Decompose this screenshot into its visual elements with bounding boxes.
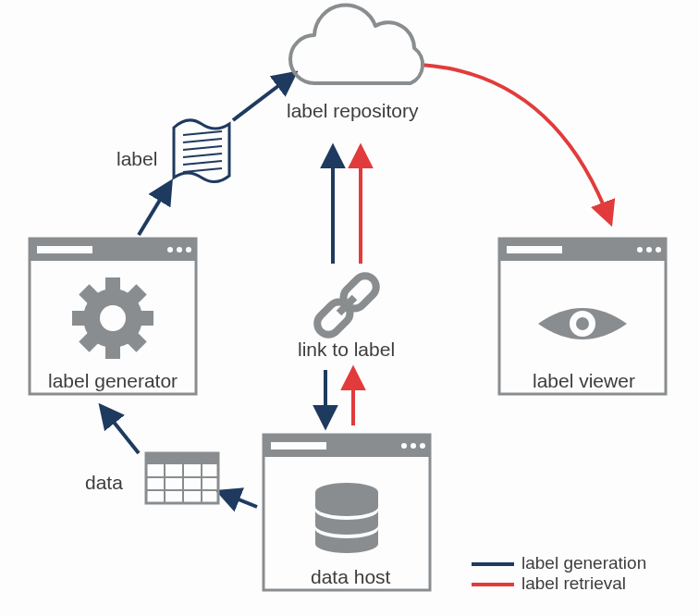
database-icon: [315, 483, 378, 553]
svg-point-10: [186, 247, 191, 253]
svg-point-21: [100, 305, 126, 331]
legend-row-retrieval: label retrieval: [472, 573, 646, 594]
svg-line-1: [183, 139, 222, 142]
svg-point-24: [637, 247, 643, 253]
cloud-icon: [290, 5, 423, 83]
svg-point-32: [401, 443, 407, 449]
svg-line-4: [183, 161, 222, 165]
table-icon: [146, 453, 218, 503]
arrow-data-to-generator: [102, 407, 139, 453]
arrow-generator-to-label: [139, 183, 170, 235]
svg-line-2: [183, 146, 222, 150]
eye-icon: [538, 308, 627, 339]
label-repository-text: label repository: [287, 100, 418, 122]
link-icon: [313, 271, 381, 339]
document-icon: [174, 120, 229, 182]
svg-rect-35: [271, 442, 326, 450]
svg-point-25: [646, 247, 652, 253]
arrow-datahost-to-data: [220, 492, 257, 507]
svg-line-3: [183, 154, 222, 157]
svg-point-29: [576, 317, 589, 330]
svg-line-0: [183, 131, 222, 135]
svg-point-9: [177, 247, 182, 253]
label-label-text: label: [116, 148, 157, 170]
svg-point-8: [167, 247, 173, 253]
legend-row-generation: label generation: [472, 553, 646, 573]
svg-point-33: [411, 443, 416, 449]
legend-generation-text: label generation: [521, 553, 646, 573]
data-text: data: [85, 472, 123, 494]
label-viewer-text: label viewer: [533, 370, 635, 392]
legend-swatch-blue: [472, 562, 514, 566]
link-to-label-text: link to label: [298, 339, 395, 361]
diagram-svg: [0, 0, 699, 616]
svg-point-26: [656, 247, 661, 253]
legend: label generation label retrieval: [472, 553, 646, 594]
label-generator-text: label generator: [48, 370, 178, 392]
legend-swatch-red: [472, 583, 514, 586]
svg-rect-27: [507, 246, 562, 253]
arrow-repository-to-viewer: [421, 65, 610, 222]
legend-retrieval-text: label retrieval: [521, 573, 626, 593]
svg-rect-11: [37, 246, 92, 253]
arrow-label-to-repository: [233, 74, 294, 120]
data-host-text: data host: [311, 566, 390, 588]
gear-icon: [55, 261, 170, 376]
svg-line-5: [183, 168, 222, 172]
svg-point-34: [420, 443, 425, 449]
